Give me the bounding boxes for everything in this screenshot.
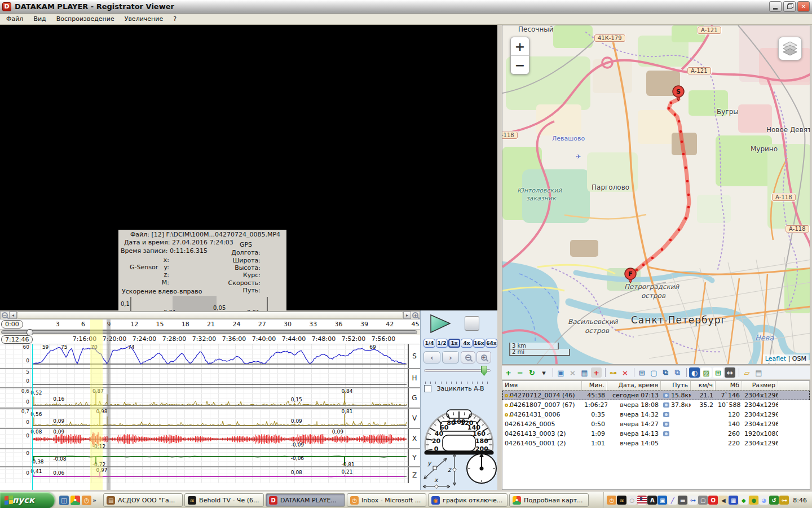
toolbar-frame-icon[interactable]: ▢: [648, 367, 659, 378]
tray-behold-tv[interactable]: ≈: [617, 496, 626, 505]
close-button[interactable]: ✕: [797, 1, 810, 12]
task-app-icon[interactable]: ◉: [431, 496, 440, 505]
table-row[interactable]: 04270712_0074 (46)45:38сегодня 07:1315.8…: [502, 391, 810, 400]
taskbar-task-button[interactable]: ◉график отключе...: [428, 493, 508, 507]
tray-display[interactable]: ▢: [698, 496, 708, 505]
tray-outlook-reminder[interactable]: ◷: [607, 496, 616, 505]
leaflet-link[interactable]: Leaflet: [765, 355, 786, 362]
track-row-V[interactable]: 0,700,560,090,980,090,81V: [0, 408, 420, 428]
restore-button[interactable]: [783, 1, 796, 12]
toolbar-fit-width-icon[interactable]: ↔: [725, 367, 735, 378]
column-header-Имя[interactable]: Имя: [502, 381, 582, 390]
track-plot-Y[interactable]: 0-0,38-0,08-0,72-0,06-0,81: [0, 449, 408, 466]
quicklaunch-desktop[interactable]: ◫: [59, 496, 69, 505]
taskbar-task-button[interactable]: DDATAKAM PLAYE...: [266, 493, 345, 507]
map-zoom-out-button[interactable]: −: [511, 56, 529, 75]
tray-shield[interactable]: ●: [749, 496, 758, 505]
toolbar-key-remove-icon[interactable]: ⊶: [608, 367, 619, 378]
track-plot-Z[interactable]: 00,410,060,970,080,21: [0, 467, 408, 483]
tray-network[interactable]: ▦: [729, 496, 738, 505]
toolbar-key-delete-icon[interactable]: ×: [620, 367, 630, 378]
slider-thumb[interactable]: [481, 366, 487, 376]
loop-checkbox[interactable]: [424, 385, 431, 392]
taskbar-task-button[interactable]: ◷Inbox - Microsoft ...: [347, 493, 426, 507]
track-row-Z[interactable]: 00,410,060,970,080,21Z: [0, 466, 420, 483]
track-plot-S[interactable]: 6005975707469: [0, 344, 408, 368]
toolbar-map-add-icon[interactable]: ⊞: [713, 367, 723, 378]
taskbar-task-button[interactable]: ▤АСДОУ ООО "Га...: [103, 493, 183, 507]
map-zoom-in-button[interactable]: +: [511, 37, 529, 56]
tray-pen[interactable]: ╱: [668, 496, 677, 505]
speed-button-4x[interactable]: 4x: [461, 339, 473, 348]
tray-punto-switcher[interactable]: A: [647, 496, 657, 505]
seek-slider[interactable]: [1, 330, 417, 334]
table-row[interactable]: 04261426_00050:50вчера 14:271402304x1296: [502, 419, 810, 429]
track-plot-H[interactable]: 50: [0, 369, 408, 387]
toolbar-medkit-icon[interactable]: +: [591, 367, 602, 378]
stop-button[interactable]: [465, 316, 479, 331]
osm-link[interactable]: OSM: [792, 355, 806, 362]
task-app-icon[interactable]: ▤: [107, 496, 115, 505]
toolbar-frames-icon[interactable]: ⧉: [660, 367, 671, 378]
toolbar-google-earth-icon[interactable]: ◐: [689, 367, 700, 378]
scroll-left-button[interactable]: ◂: [9, 312, 17, 319]
menu-item-Файл[interactable]: Файл: [1, 14, 28, 24]
toolbar-map-route-icon[interactable]: ▨: [701, 367, 712, 378]
toolbar-save-icon[interactable]: ▦: [579, 367, 590, 378]
taskbar-task-button[interactable]: •Подробная карт...: [509, 493, 589, 507]
tray-keyboard-layout[interactable]: ▘: [637, 496, 647, 505]
speed-button-1x[interactable]: 1x: [448, 339, 460, 348]
tray-green-diamond[interactable]: ◆: [739, 496, 748, 505]
table-row[interactable]: 04261431_00060:35вчера 14:321202304x1296: [502, 410, 810, 419]
minimize-button[interactable]: [769, 1, 782, 12]
next-file-button[interactable]: ›: [442, 351, 459, 364]
toolbar-add-icon[interactable]: +: [503, 367, 514, 378]
toolbar-frames-export-icon[interactable]: ⧉: [672, 367, 683, 378]
track-plot-V[interactable]: 0,700,560,090,980,090,81: [0, 409, 408, 428]
toolbar-refresh-icon[interactable]: ↻: [527, 367, 537, 378]
task-app-icon[interactable]: D: [269, 496, 277, 505]
quicklaunch-overflow[interactable]: »: [92, 497, 96, 504]
prev-file-button[interactable]: ‹: [423, 351, 440, 364]
graph-zoom-in-button[interactable]: +: [476, 351, 491, 364]
track-row-X[interactable]: 00,080,09-0,12-0,090,09X: [0, 428, 420, 448]
toolbar-report-icon[interactable]: ▤: [753, 367, 764, 378]
tray-key[interactable]: ⊶: [688, 496, 698, 505]
track-row-G[interactable]: 0,600,520,160,870,150,84G: [0, 387, 420, 408]
toolbar-delete-icon[interactable]: ×: [567, 367, 578, 378]
track-row-S[interactable]: 6005975707469S: [0, 344, 420, 368]
tray-gold-key[interactable]: ⊶: [779, 496, 789, 505]
scrollbar-thumb[interactable]: [17, 312, 403, 319]
map-layers-button[interactable]: [778, 37, 802, 60]
tray-audio[interactable]: ◕: [759, 496, 769, 505]
menu-item-Вид[interactable]: Вид: [28, 14, 51, 24]
column-header-км/ч[interactable]: км/ч: [691, 381, 716, 390]
task-app-icon[interactable]: ≈: [188, 496, 196, 505]
column-header-Мин.[interactable]: Мин.: [582, 381, 607, 390]
zoom-out-icon[interactable]: −: [2, 312, 8, 318]
tray-messenger[interactable]: ▣: [657, 496, 667, 505]
table-row[interactable]: 04261807_0007 (67)1:06:27вчера 18:0837.8…: [502, 400, 810, 410]
volume-slider[interactable]: [424, 369, 491, 372]
table-row[interactable]: 04261413_0003 (2)1:09вчера 14:132601920x…: [502, 429, 810, 439]
start-button[interactable]: пуск: [0, 492, 55, 508]
play-button[interactable]: [429, 314, 452, 334]
column-header-Мб[interactable]: Мб: [716, 381, 742, 390]
task-app-icon[interactable]: •: [513, 496, 521, 505]
speed-button-16x[interactable]: 16x: [473, 339, 485, 348]
tray-red-o[interactable]: O: [708, 496, 718, 505]
taskbar-task-button[interactable]: ≈Behold TV - Че (6...: [184, 493, 264, 507]
menu-item-Воспроизведение[interactable]: Воспроизведение: [51, 14, 120, 24]
toolbar-more-icon[interactable]: ▾: [539, 367, 549, 378]
track-row-H[interactable]: 50H: [0, 368, 420, 387]
table-header[interactable]: ИмяМин.Дата, времяПутькм/чМбРазмер: [502, 381, 810, 391]
column-header-Размер[interactable]: Размер: [742, 381, 778, 390]
tray-update[interactable]: ↺: [769, 496, 779, 505]
time-scale[interactable]: 7:12:46 7:16:007:20:007:24:007:28:007:32…: [0, 335, 420, 344]
column-header-Путь[interactable]: Путь: [661, 381, 691, 390]
tray-sync[interactable]: ○: [627, 496, 637, 505]
toolbar-frame-add-icon[interactable]: ⊞: [637, 367, 647, 378]
map[interactable]: SF + − 3 km 2 mi Leaflet | OSM ПесочныйЛ…: [502, 25, 810, 365]
tray-volume[interactable]: ◀: [718, 496, 728, 505]
quicklaunch-outlook[interactable]: ◷: [82, 496, 91, 505]
